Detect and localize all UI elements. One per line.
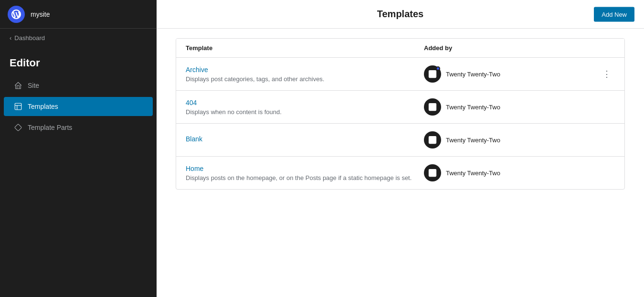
sidebar-item-site[interactable]: Site [4, 76, 153, 95]
theme-name-home: Twenty Twenty-Two [446, 170, 500, 177]
template-name-404[interactable]: 404 [186, 99, 424, 106]
add-new-button[interactable]: Add New [594, 7, 634, 21]
template-info-404: 404 Displays when no content is found. [186, 99, 424, 116]
table-row: Home Displays posts on the homepage, or … [176, 157, 624, 189]
template-info-blank: Blank [186, 135, 424, 145]
template-name-blank[interactable]: Blank [186, 135, 424, 143]
home-icon [13, 81, 23, 90]
col-added-by-header: Added by [424, 44, 615, 52]
diamond-icon [13, 123, 23, 132]
sidebar-header: mysite [0, 0, 157, 29]
sidebar-item-template-parts-label: Template Parts [28, 124, 72, 131]
svg-rect-4 [429, 71, 436, 78]
sidebar-item-site-label: Site [28, 82, 39, 89]
svg-rect-3 [15, 124, 22, 131]
main-header: Templates Add New [157, 0, 644, 29]
wp-logo [8, 6, 25, 23]
added-by-blank: Twenty Twenty-Two [424, 131, 615, 148]
sidebar-item-template-parts[interactable]: Template Parts [4, 118, 153, 137]
theme-name-blank: Twenty Twenty-Two [446, 137, 500, 144]
theme-name-404: Twenty Twenty-Two [446, 104, 500, 111]
row-actions-archive: ⋮ [599, 68, 615, 80]
sidebar: mysite ‹ Dashboard Editor Site Templates [0, 0, 157, 297]
table-container: Template Added by Archive Displays post … [176, 38, 625, 190]
dashboard-label: Dashboard [14, 34, 45, 42]
theme-icon-archive [424, 65, 441, 83]
added-by-404: Twenty Twenty-Two [424, 98, 615, 116]
template-desc-home: Displays posts on the homepage, or on th… [186, 174, 424, 181]
svg-rect-10 [429, 137, 436, 144]
templates-icon [13, 102, 23, 111]
main-content: Templates Add New Template Added by Arch… [157, 0, 644, 297]
template-desc-archive: Displays post categories, tags, and othe… [186, 75, 424, 83]
templates-table: Template Added by Archive Displays post … [157, 29, 644, 297]
site-name: mysite [31, 11, 50, 18]
more-options-button-archive[interactable]: ⋮ [599, 68, 615, 80]
theme-name-archive: Twenty Twenty-Two [446, 71, 500, 78]
template-info-home: Home Displays posts on the homepage, or … [186, 165, 424, 181]
added-by-archive: Twenty Twenty-Two [424, 65, 615, 83]
template-name-home[interactable]: Home [186, 165, 424, 172]
col-template-header: Template [186, 44, 424, 52]
template-info-archive: Archive Displays post categories, tags, … [186, 66, 424, 83]
sidebar-item-templates[interactable]: Templates [4, 97, 153, 116]
svg-rect-7 [429, 104, 436, 111]
svg-rect-0 [15, 103, 21, 110]
table-row: 404 Displays when no content is found. T… [176, 91, 624, 124]
table-header: Template Added by [176, 39, 624, 58]
page-title: Templates [377, 9, 423, 20]
back-arrow: ‹ [10, 34, 11, 42]
added-by-home: Twenty Twenty-Two [424, 164, 615, 181]
editor-title: Editor [0, 47, 157, 75]
svg-rect-13 [429, 170, 436, 177]
table-row: Blank Twenty Twenty-Two [176, 124, 624, 157]
theme-icon-blank [424, 131, 441, 148]
theme-icon-404 [424, 98, 441, 116]
template-name-archive[interactable]: Archive [186, 66, 424, 74]
table-row: Archive Displays post categories, tags, … [176, 58, 624, 91]
template-desc-404: Displays when no content is found. [186, 108, 424, 116]
dashboard-link[interactable]: ‹ Dashboard [0, 29, 157, 47]
theme-icon-home [424, 164, 441, 181]
sidebar-item-templates-label: Templates [28, 103, 58, 110]
active-dot [436, 66, 440, 71]
